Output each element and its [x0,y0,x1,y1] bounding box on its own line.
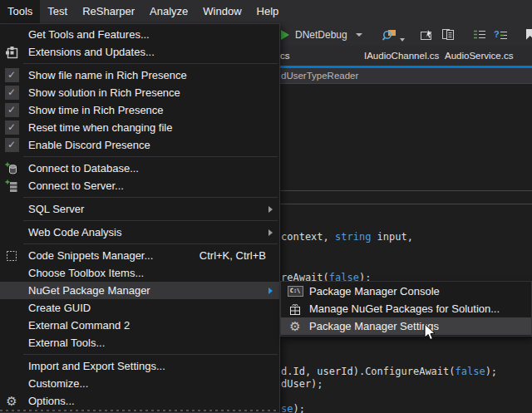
menubar-item-tools[interactable]: Tools [0,0,40,23]
menu-item-reset-time-when-changing-file[interactable]: ✓Reset time when changing file [0,119,279,136]
menu-item-sql-server[interactable]: SQL Server [0,200,279,218]
code-text: dUser); [281,378,323,390]
breadcrumb[interactable]: dUserTypeReader [281,68,358,83]
menu-item-import-and-export-settings[interactable]: Import and Export Settings... [0,357,279,375]
code-divider [280,190,532,191]
menu-item-customize[interactable]: Customize... [0,375,279,392]
menubar-item-help[interactable]: Help [249,0,287,23]
menu-item-get-tools-and-features[interactable]: Get Tools and Features... [0,26,279,43]
gear-icon: ⚙ [6,395,17,408]
menu-icon-column: ✓ [0,103,23,117]
menu-item-enable-discord-presence[interactable]: ✓Enable Discord Presence [0,136,279,154]
submenu-item-package-manager-settings[interactable]: ⚙Package Manager Settings [281,317,531,335]
code-line: d.Id, userId).ConfigureAwait(false); [281,366,497,377]
overflow-caret-icon[interactable] [400,38,405,42]
menubar: ToolsTestReSharperAnalyzeWindowHelp [0,0,532,23]
tab-audioservice-cs[interactable]: AudioService.cs [445,46,513,66]
submenu-icon-column [281,302,309,316]
menu-item-label: Import and Export Settings... [23,360,279,372]
menubar-item-resharper[interactable]: ReSharper [75,0,142,23]
menu-item-show-time-in-rich-presence[interactable]: ✓Show time in Rich Presence [0,101,279,119]
menu-shortcut: Ctrl+K, Ctrl+B [200,249,279,262]
menu-item-label: Extensions and Updates... [23,46,279,58]
indent-lines-icon[interactable] [473,29,487,41]
menu-separator [23,63,278,64]
code-keyword: false [456,366,485,377]
check-icon: ✓ [5,138,19,152]
menu-item-label: Create GUID [23,302,279,314]
menu-item-label: Show solution in Rich Presence [23,86,279,99]
nuget-submenu: C:\Package Manager ConsoleManage NuGet P… [280,281,532,337]
menu-icon-column [0,162,23,175]
menu-item-label: Choose Toolbox Items... [23,267,279,279]
menu-item-external-command-2[interactable]: External Command 2 [0,317,279,334]
menu-separator [23,156,278,157]
chevron-down-icon[interactable] [356,33,362,37]
menu-item-show-file-name-in-rich-presence[interactable]: ✓Show file name in Rich Presence [0,66,279,84]
submenu-item-manage-nuget-packages-for-solution[interactable]: Manage NuGet Packages for Solution... [281,300,531,317]
menu-item-nuget-package-manager[interactable]: NuGet Package Manager [0,282,279,299]
menu-icon-column: ✓ [0,138,23,152]
menu-item-choose-toolbox-items[interactable]: Choose Toolbox Items... [0,264,279,282]
submenu-arrow-icon [268,229,273,236]
code-divider [280,204,532,204]
menu-item-label: Connect to Database... [23,162,279,175]
menu-item-label: External Command 2 [23,319,279,332]
menu-item-label: Customize... [23,377,279,390]
menu-icon-column [0,46,23,59]
menu-separator [23,354,278,355]
menu-item-code-snippets-manager[interactable]: Code Snippets Manager...Ctrl+K, Ctrl+B [0,247,279,264]
menu-item-options[interactable]: ⚙Options... [0,392,279,410]
menu-item-extensions-and-updates[interactable]: Extensions and Updates... [0,43,279,61]
copy-code-icon[interactable] [441,28,455,41]
visual-studio-window: ToolsTestReSharperAnalyzeWindowHelp DNet… [0,0,532,413]
toggle-bookmark-icon[interactable] [526,29,532,40]
submenu-icon-column: ⚙ [281,320,309,333]
menu-separator [23,243,278,244]
tab-cs[interactable]: cs [280,46,290,66]
code-keyword: string [335,231,371,243]
find-in-files-icon[interactable] [382,28,397,42]
svg-text:?: ? [494,29,500,39]
submenu-arrow-icon [268,288,273,294]
menubar-item-analyze[interactable]: Analyze [142,0,195,23]
snippets-icon [5,249,18,263]
check-icon: ✓ [5,103,19,117]
code-keyword: se [281,403,293,413]
menu-item-show-solution-in-rich-presence[interactable]: ✓Show solution in Rich Presence [0,84,279,101]
menu-item-web-code-analysis[interactable]: Web Code Analysis [0,224,279,241]
menubar-item-window[interactable]: Window [195,0,249,23]
menu-separator [23,220,278,221]
menu-item-external-tools[interactable]: External Tools... [0,334,279,352]
menu-item-connect-to-server[interactable]: Connect to Server... [0,177,279,194]
debug-target-select[interactable]: DNetDebug [295,29,347,41]
connect-server-icon [5,179,18,193]
run-icon[interactable] [281,30,289,40]
menu-item-label: Web Code Analysis [23,226,279,238]
extensions-icon [5,46,18,59]
submenu-item-package-manager-console[interactable]: C:\Package Manager Console [281,283,531,300]
code-text: input, [371,231,413,243]
submenu-item-label: Package Manager Settings [309,320,439,332]
menu-separator [23,197,278,198]
menu-item-connect-to-database[interactable]: Connect to Database... [0,160,279,177]
menu-item-label: Show file name in Rich Presence [23,69,279,81]
menu-item-create-guid[interactable]: Create GUID [0,299,279,317]
menu-icon-column [0,179,23,193]
tab-iaudiochannel-cs[interactable]: IAudioChannel.cs [364,46,439,66]
cleanup-code-icon[interactable]: ? [494,29,508,41]
menu-bottom-edge [0,410,278,411]
menu-item-label: Connect to Server... [23,179,279,192]
check-icon: ✓ [5,86,19,100]
menu-item-label: Reset time when changing file [23,121,279,134]
menu-icon-column: ⚙ [0,395,23,408]
menubar-item-test[interactable]: Test [40,0,75,23]
console-icon: C:\ [288,286,303,297]
tools-menu: Get Tools and Features...Extensions and … [0,23,280,413]
gear-icon: ⚙ [289,320,300,333]
navigate-to-icon[interactable] [420,29,435,41]
code-line: dUser); [281,378,323,390]
menu-item-label: Code Snippets Manager... [23,249,200,262]
menu-item-label: SQL Server [23,203,279,215]
menu-item-label: NuGet Package Manager [23,284,279,297]
